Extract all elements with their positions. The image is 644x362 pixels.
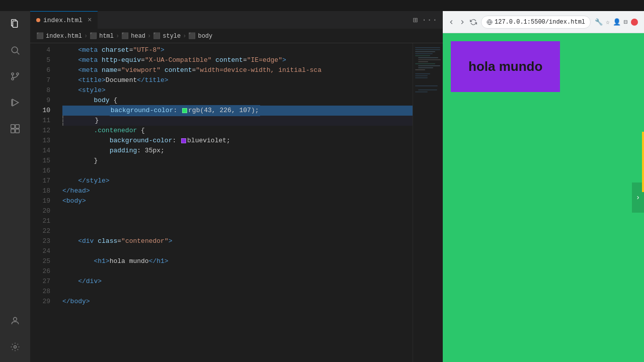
svg-rect-24 bbox=[415, 63, 435, 64]
browser-minimize-icon[interactable]: ⊟ bbox=[624, 18, 628, 26]
code-line-22 bbox=[62, 226, 413, 236]
code-line-18: </head> bbox=[62, 186, 413, 196]
source-control-icon[interactable] bbox=[6, 67, 24, 85]
svg-rect-12 bbox=[11, 129, 15, 133]
svg-rect-17 bbox=[415, 49, 440, 50]
files-icon[interactable] bbox=[6, 15, 24, 33]
browser-address-bar[interactable]: 127.0.0.1:5500/index.html bbox=[481, 16, 591, 29]
code-line-29: </body> bbox=[62, 297, 413, 307]
code-content[interactable]: <meta charset="UTF-8"> <meta http-equiv=… bbox=[54, 43, 413, 362]
svg-rect-18 bbox=[415, 51, 435, 52]
tab-bar: index.html × ⊞ ··· bbox=[30, 11, 443, 29]
account-icon[interactable] bbox=[6, 312, 24, 330]
minimap bbox=[413, 43, 443, 362]
code-line-17: </style> bbox=[62, 176, 413, 186]
breadcrumb-style[interactable]: ⬛ style bbox=[153, 32, 181, 40]
svg-marker-8 bbox=[13, 99, 19, 106]
top-bar bbox=[0, 0, 644, 11]
code-line-23: <div class="contenedor"> bbox=[62, 236, 413, 246]
svg-rect-25 bbox=[418, 65, 440, 66]
svg-point-14 bbox=[14, 317, 17, 321]
svg-rect-21 bbox=[418, 57, 438, 58]
code-editor[interactable]: 4 5 6 7 8 9 10 11 12 13 14 15 16 17 18 1… bbox=[30, 43, 443, 362]
code-line-11: } bbox=[62, 116, 413, 126]
svg-rect-11 bbox=[16, 125, 20, 129]
svg-rect-23 bbox=[418, 61, 428, 62]
activity-bar bbox=[0, 11, 30, 362]
browser-back-button[interactable] bbox=[448, 17, 455, 28]
code-line-8: <style> bbox=[62, 85, 413, 96]
svg-rect-22 bbox=[418, 59, 441, 60]
browser-icons: 🔧 ☆ 👤 ⊟ ⋮ bbox=[595, 17, 644, 27]
browser-close-icon[interactable] bbox=[631, 19, 638, 26]
breadcrumb: ⬛ index.html › ⬛ html › ⬛ head › ⬛ style… bbox=[30, 29, 443, 43]
code-line-20 bbox=[62, 206, 413, 216]
breadcrumb-file[interactable]: ⬛ index.html bbox=[36, 32, 82, 40]
code-line-12: .contenedor { bbox=[62, 126, 413, 136]
code-line-27: </div> bbox=[62, 277, 413, 287]
svg-rect-33 bbox=[415, 92, 428, 93]
svg-point-2 bbox=[12, 47, 18, 53]
code-line-16 bbox=[62, 166, 413, 176]
svg-point-5 bbox=[17, 73, 19, 75]
svg-rect-27 bbox=[415, 69, 425, 70]
svg-rect-32 bbox=[418, 89, 437, 90]
tab-filename: index.html bbox=[43, 17, 83, 24]
browser-reload-button[interactable] bbox=[470, 17, 477, 28]
code-line-10: background-color: rgb(43, 226, 107); bbox=[62, 106, 413, 116]
svg-rect-20 bbox=[415, 55, 430, 56]
browser-forward-button[interactable] bbox=[459, 17, 466, 28]
code-line-28 bbox=[62, 287, 413, 297]
code-line-19: <body> bbox=[62, 196, 413, 206]
settings-icon[interactable] bbox=[6, 338, 24, 356]
tab-close-button[interactable]: × bbox=[88, 16, 92, 24]
split-editor-icon[interactable]: ⊞ bbox=[413, 15, 418, 25]
browser-chrome: 127.0.0.1:5500/index.html 🔧 ☆ 👤 ⊟ ⋮ bbox=[443, 11, 644, 33]
browser-content: hola mundo › bbox=[443, 33, 644, 362]
browser-profile-icon[interactable]: 👤 bbox=[613, 18, 621, 26]
svg-rect-10 bbox=[11, 125, 15, 129]
html-icon: ⬛ bbox=[90, 32, 97, 40]
editor-tab[interactable]: index.html × bbox=[30, 11, 98, 29]
code-line-6: <meta name="viewport" content="width=dev… bbox=[62, 65, 413, 75]
code-line-21 bbox=[62, 216, 413, 226]
code-line-9: body { bbox=[62, 96, 413, 106]
code-line-26 bbox=[62, 266, 413, 277]
head-icon: ⬛ bbox=[121, 32, 129, 40]
browser-panel: 127.0.0.1:5500/index.html 🔧 ☆ 👤 ⊟ ⋮ hola… bbox=[443, 11, 644, 362]
line-numbers: 4 5 6 7 8 9 10 11 12 13 14 15 16 17 18 1… bbox=[30, 43, 54, 362]
svg-line-3 bbox=[17, 52, 20, 55]
hola-mundo-heading: hola mundo bbox=[468, 59, 542, 74]
body-icon: ⬛ bbox=[188, 32, 196, 40]
svg-point-15 bbox=[14, 346, 17, 348]
extensions-icon[interactable] bbox=[6, 120, 24, 138]
breadcrumb-body[interactable]: ⬛ body bbox=[188, 32, 212, 40]
breadcrumb-head[interactable]: ⬛ head bbox=[121, 32, 145, 40]
editor-area: index.html × ⊞ ··· ⬛ index.html › ⬛ html… bbox=[30, 11, 443, 362]
browser-menu-icon[interactable]: ⋮ bbox=[641, 17, 644, 27]
tab-actions: ⊞ ··· bbox=[413, 15, 443, 25]
code-line-7: <title>Document</title> bbox=[62, 75, 413, 85]
activity-bar-bottom bbox=[6, 312, 24, 362]
code-line-13: background-color: blueviolet; bbox=[62, 136, 413, 146]
more-actions-icon[interactable]: ··· bbox=[422, 16, 438, 25]
file-icon: ⬛ bbox=[36, 32, 44, 40]
browser-star-icon[interactable]: ☆ bbox=[606, 18, 610, 26]
svg-rect-30 bbox=[415, 77, 428, 78]
svg-point-4 bbox=[12, 73, 14, 75]
svg-rect-19 bbox=[415, 53, 433, 54]
code-line-25: <h1>hola mundo</h1> bbox=[62, 256, 413, 266]
svg-rect-28 bbox=[415, 73, 430, 74]
main-container: index.html × ⊞ ··· ⬛ index.html › ⬛ html… bbox=[0, 11, 644, 362]
code-line-4: <meta charset="UTF-8"> bbox=[62, 45, 413, 55]
search-icon[interactable] bbox=[6, 41, 24, 59]
svg-rect-26 bbox=[418, 67, 433, 68]
code-line-14: padding: 35px; bbox=[62, 146, 413, 156]
breadcrumb-html[interactable]: ⬛ html bbox=[90, 32, 114, 40]
browser-extensions-icon[interactable]: 🔧 bbox=[595, 18, 603, 26]
code-line-15: } bbox=[62, 156, 413, 166]
browser-url: 127.0.0.1:5500/index.html bbox=[495, 19, 585, 26]
svg-rect-13 bbox=[16, 129, 20, 133]
run-icon[interactable] bbox=[6, 94, 24, 112]
code-line-5: <meta http-equiv="X-UA-Compatible" conte… bbox=[62, 55, 413, 65]
